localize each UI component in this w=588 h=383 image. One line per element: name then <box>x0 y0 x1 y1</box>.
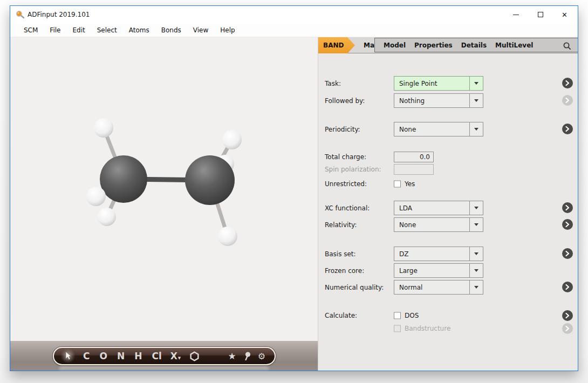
atom-h[interactable] <box>86 187 106 206</box>
star-tool-button[interactable]: ★ <box>228 351 236 361</box>
menu-select[interactable]: Select <box>91 26 123 34</box>
bandstructure-checkbox <box>394 325 401 332</box>
gear-tool-button[interactable]: ⚙ <box>258 351 265 361</box>
bandstructure-detail-button <box>562 323 573 334</box>
atom-c[interactable] <box>185 155 235 205</box>
main-form: Task: Single Point Followed by: Nothing <box>318 53 578 371</box>
task-row: Task: Single Point <box>318 76 578 91</box>
basis-set-detail-button[interactable] <box>562 248 573 259</box>
total-charge-row: Total charge: 0.0 <box>318 152 578 162</box>
minimize-button[interactable] <box>504 6 528 23</box>
xc-functional-dropdown[interactable]: LDA <box>394 201 483 215</box>
close-button[interactable]: ✕ <box>552 6 577 23</box>
followed-by-detail-button <box>562 95 573 106</box>
atom-h[interactable] <box>98 208 116 226</box>
atom-h[interactable] <box>218 227 237 246</box>
window-title: ADFinput 2019.101 <box>28 11 90 18</box>
dropdown-arrow-icon[interactable] <box>469 122 483 136</box>
toolbar-reflection <box>59 366 269 372</box>
periodicity-detail-button[interactable] <box>562 124 573 134</box>
element-x-button[interactable]: X ▼ <box>170 351 181 361</box>
molecule-viewer: C O N H Cl X ▼ ★ <box>10 37 318 371</box>
dropdown-arrow-icon[interactable] <box>469 218 483 231</box>
atom-c[interactable] <box>100 155 147 203</box>
dropdown-arrow-icon[interactable] <box>469 201 483 215</box>
element-cl-button[interactable]: Cl <box>152 351 161 361</box>
maximize-icon <box>538 12 543 17</box>
molecule-svg <box>10 37 318 341</box>
atom-h[interactable] <box>222 130 242 149</box>
calculate-bandstructure-row: Bandstructure <box>318 323 578 334</box>
numerical-quality-detail-button[interactable] <box>562 282 573 292</box>
menu-help[interactable]: Help <box>214 26 241 34</box>
numerical-quality-row: Numerical quality: Normal <box>318 280 578 295</box>
numerical-quality-dropdown[interactable]: Normal <box>394 280 483 295</box>
relativity-detail-button[interactable] <box>562 219 573 230</box>
atom-h[interactable] <box>94 118 113 138</box>
dropdown-arrow-icon[interactable] <box>469 247 483 261</box>
relativity-dropdown[interactable]: None <box>394 217 483 232</box>
bandstructure-checkbox-label: Bandstructure <box>405 325 450 332</box>
unrestricted-checkbox[interactable] <box>394 181 401 188</box>
followed-by-row: Followed by: Nothing <box>318 93 578 108</box>
dropdown-arrow-icon[interactable] <box>469 264 483 277</box>
frozen-core-dropdown[interactable]: Large <box>394 263 483 278</box>
xc-functional-label: XC functional: <box>325 204 370 212</box>
task-dropdown[interactable]: Single Point <box>394 76 483 91</box>
engine-tab-band[interactable]: BAND <box>318 37 355 53</box>
element-h-button[interactable]: H <box>134 351 142 361</box>
element-c-button[interactable]: C <box>83 351 90 361</box>
element-toolbar: C O N H Cl X ▼ ★ <box>53 347 276 365</box>
tab-model[interactable]: Model <box>379 42 410 49</box>
tab-multilevel[interactable]: MultiLevel <box>491 42 537 49</box>
search-button[interactable] <box>561 40 573 52</box>
pin-tool-button[interactable] <box>243 351 251 361</box>
total-charge-input[interactable]: 0.0 <box>394 152 434 162</box>
relativity-label: Relativity: <box>325 221 357 229</box>
dos-detail-button[interactable] <box>562 310 573 321</box>
basis-set-dropdown[interactable]: DZ <box>394 247 483 261</box>
menu-view[interactable]: View <box>187 26 214 34</box>
molecule-group <box>86 118 242 246</box>
menu-file[interactable]: File <box>44 26 66 34</box>
app-icon <box>16 10 25 19</box>
tab-properties[interactable]: Properties <box>410 42 457 49</box>
periodicity-label: Periodicity: <box>325 126 360 133</box>
xc-functional-detail-button[interactable] <box>562 202 573 213</box>
dropdown-arrow-icon[interactable] <box>469 281 483 294</box>
task-detail-button[interactable] <box>562 78 573 88</box>
title-bar[interactable]: ADFinput 2019.101 ✕ <box>10 6 578 23</box>
relativity-row: Relativity: None <box>318 217 578 232</box>
pin-icon <box>243 351 251 361</box>
menu-bonds[interactable]: Bonds <box>155 26 187 34</box>
task-label: Task: <box>325 80 341 87</box>
maximize-button[interactable] <box>528 6 552 23</box>
menu-atoms[interactable]: Atoms <box>123 26 155 34</box>
settings-panel: BAND Main Model Properties Details Multi… <box>318 37 578 371</box>
basis-set-row: Basis set: DZ <box>318 247 578 261</box>
molecule-canvas[interactable] <box>10 37 318 341</box>
dos-checkbox-label[interactable]: DOS <box>405 312 419 319</box>
total-charge-label: Total charge: <box>325 153 366 161</box>
pointer-tool-button[interactable] <box>61 349 75 363</box>
tab-details[interactable]: Details <box>457 42 491 49</box>
spin-polarization-row: Spin polarization: <box>318 164 578 175</box>
dropdown-arrow-icon[interactable] <box>469 94 483 107</box>
menu-edit[interactable]: Edit <box>66 26 91 34</box>
spin-polarization-input <box>394 164 434 175</box>
menu-scm[interactable]: SCM <box>18 26 44 34</box>
tab-bar: BAND Main Model Properties Details Multi… <box>318 37 578 53</box>
xc-functional-row: XC functional: LDA <box>318 201 578 215</box>
dropdown-arrow-icon[interactable] <box>469 77 483 90</box>
periodicity-row: Periodicity: None <box>318 122 578 136</box>
ring-tool-button[interactable] <box>189 351 200 361</box>
periodicity-dropdown[interactable]: None <box>394 122 483 136</box>
dos-checkbox[interactable] <box>394 312 401 319</box>
element-o-button[interactable]: O <box>99 351 107 361</box>
element-n-button[interactable]: N <box>117 351 125 361</box>
unrestricted-label: Unrestricted: <box>325 180 367 188</box>
numerical-quality-label: Numerical quality: <box>325 284 384 291</box>
unrestricted-checkbox-label[interactable]: Yes <box>405 180 415 188</box>
followed-by-dropdown[interactable]: Nothing <box>394 93 483 108</box>
app-window: ADFinput 2019.101 ✕ SCM File Edit Select… <box>10 5 578 371</box>
